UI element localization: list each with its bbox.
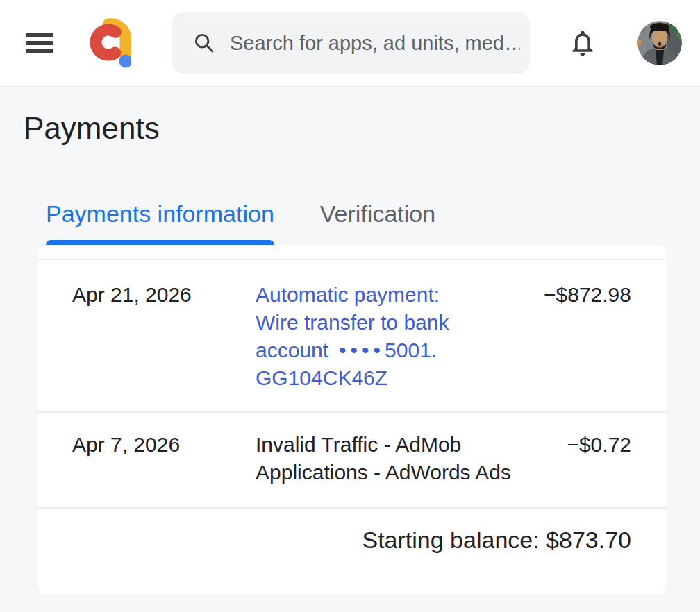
transaction-description-link[interactable]: Automatic payment: Wire transfer to bank… [256, 281, 544, 392]
starting-balance: Starting balance: $873.70 [38, 507, 666, 594]
bell-icon [567, 26, 598, 60]
search-bar[interactable] [172, 12, 530, 74]
top-app-bar [0, 0, 700, 87]
hamburger-menu-icon [26, 33, 53, 37]
user-avatar-photo-icon [638, 21, 682, 65]
user-avatar[interactable] [638, 21, 682, 65]
table-row: Apr 21, 2026 Automatic payment: Wire tra… [38, 260, 666, 411]
payments-tabs: Payments information Verification [46, 198, 700, 245]
active-tab-underline [46, 240, 274, 245]
tab-payments-information[interactable]: Payments information [46, 198, 274, 245]
search-icon [192, 31, 216, 55]
page-title: Payments [24, 110, 700, 146]
admob-logo-icon[interactable] [90, 17, 131, 69]
transaction-amount: −$872.98 [544, 281, 631, 392]
search-input[interactable] [230, 32, 520, 55]
table-row: Apr 7, 2026 Invalid Traffic - AdMob Appl… [38, 411, 666, 507]
transaction-description: Invalid Traffic - AdMob Applications - A… [256, 431, 567, 486]
tab-verification[interactable]: Verification [320, 198, 435, 245]
hamburger-menu-button[interactable] [26, 33, 53, 53]
payments-page: Payments Payments information Verificati… [0, 110, 700, 594]
transaction-date: Apr 21, 2026 [72, 281, 256, 392]
card-top-strip [38, 245, 666, 260]
notifications-button[interactable] [567, 26, 598, 60]
transaction-date: Apr 7, 2026 [72, 431, 256, 486]
transaction-amount: −$0.72 [567, 431, 631, 486]
payments-card: Apr 21, 2026 Automatic payment: Wire tra… [38, 245, 666, 594]
